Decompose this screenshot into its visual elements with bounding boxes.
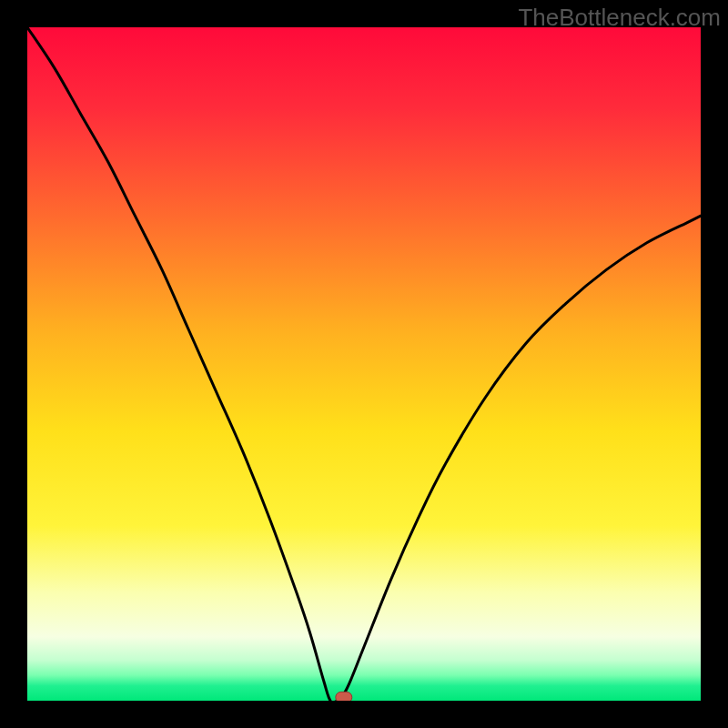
chart-svg xyxy=(27,27,701,701)
chart-frame: TheBottleneck.com xyxy=(0,0,728,728)
minimum-marker xyxy=(336,692,352,701)
gradient-background xyxy=(27,27,701,701)
plot-area xyxy=(27,27,701,701)
